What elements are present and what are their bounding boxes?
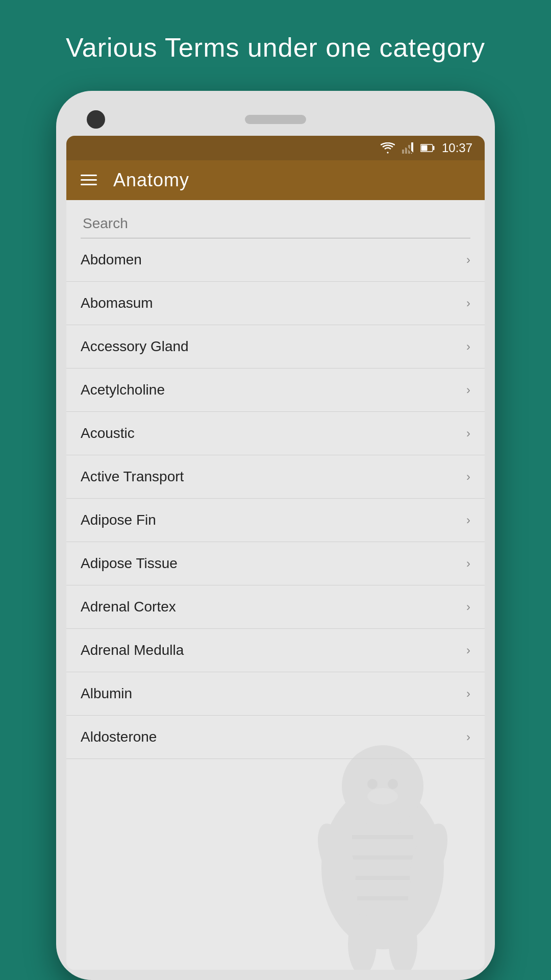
svg-rect-0 [402, 150, 404, 154]
list-item[interactable]: Active Transport› [66, 455, 485, 499]
svg-point-20 [402, 819, 455, 896]
list-item-label: Albumin [81, 685, 132, 702]
svg-point-21 [348, 914, 377, 970]
chevron-right-icon: › [466, 339, 470, 354]
chevron-right-icon: › [466, 643, 470, 657]
list-item-label: Abdomen [81, 252, 142, 268]
list-item[interactable]: Adrenal Medulla› [66, 629, 485, 672]
list-item[interactable]: Aldosterone› [66, 716, 485, 759]
svg-point-14 [367, 788, 398, 804]
list-item-label: Active Transport [81, 469, 184, 485]
list-item-label: Adrenal Medulla [81, 642, 184, 658]
svg-rect-1 [405, 148, 407, 154]
svg-rect-6 [433, 146, 434, 150]
phone-screen: 10:37 Anatomy [66, 136, 485, 970]
menu-icon[interactable] [81, 175, 97, 185]
list-item-label: Adrenal Cortex [81, 599, 176, 615]
list-item-label: Acoustic [81, 425, 135, 442]
list-item[interactable]: Abomasum› [66, 282, 485, 325]
svg-point-12 [367, 779, 378, 789]
phone-frame: 10:37 Anatomy [56, 91, 495, 980]
svg-rect-7 [421, 145, 427, 151]
list-item[interactable]: Adipose Fin› [66, 499, 485, 542]
list-item[interactable]: Accessory Gland› [66, 325, 485, 369]
app-bar: Anatomy [66, 160, 485, 200]
svg-point-19 [310, 819, 363, 896]
list-item-label: Aldosterone [81, 729, 157, 745]
menu-line-2 [81, 179, 97, 181]
search-bar [66, 200, 485, 238]
list-item[interactable]: Acoustic› [66, 412, 485, 455]
phone-top-bar [66, 101, 485, 136]
svg-point-22 [389, 914, 417, 970]
svg-point-8 [321, 786, 444, 949]
battery-icon [420, 143, 435, 153]
chevron-right-icon: › [466, 253, 470, 267]
menu-line-3 [81, 184, 97, 185]
status-time: 10:37 [442, 141, 472, 155]
signal-icon [402, 142, 413, 154]
chevron-right-icon: › [466, 470, 470, 484]
chevron-right-icon: › [466, 687, 470, 701]
chevron-right-icon: › [466, 730, 470, 744]
list-item[interactable]: Abdomen› [66, 238, 485, 282]
phone-camera [87, 110, 105, 129]
menu-line-1 [81, 175, 97, 176]
app-bar-title: Anatomy [113, 169, 189, 191]
status-bar: 10:37 [66, 136, 485, 160]
chevron-right-icon: › [466, 296, 470, 310]
wifi-icon [381, 142, 395, 154]
list-item-label: Abomasum [81, 295, 153, 311]
chevron-right-icon: › [466, 556, 470, 571]
list-item[interactable]: Acetylcholine› [66, 369, 485, 412]
phone-speaker [245, 115, 306, 124]
list-item-label: Adipose Tissue [81, 555, 178, 572]
page-title: Various Terms under one category [25, 0, 526, 91]
chevron-right-icon: › [466, 513, 470, 527]
list-item-label: Accessory Gland [81, 338, 189, 355]
list-item[interactable]: Adrenal Cortex› [66, 585, 485, 629]
chevron-right-icon: › [466, 600, 470, 614]
list-item-label: Acetylcholine [81, 382, 165, 398]
list-items: Abdomen›Abomasum›Accessory Gland›Acetylc… [66, 238, 485, 759]
chevron-right-icon: › [466, 383, 470, 397]
svg-point-13 [388, 779, 398, 789]
chevron-right-icon: › [466, 426, 470, 440]
list-item[interactable]: Albumin› [66, 672, 485, 716]
list-container: Abdomen›Abomasum›Accessory Gland›Acetylc… [66, 238, 485, 970]
search-input[interactable] [81, 210, 470, 238]
list-item-label: Adipose Fin [81, 512, 156, 528]
list-item[interactable]: Adipose Tissue› [66, 542, 485, 585]
